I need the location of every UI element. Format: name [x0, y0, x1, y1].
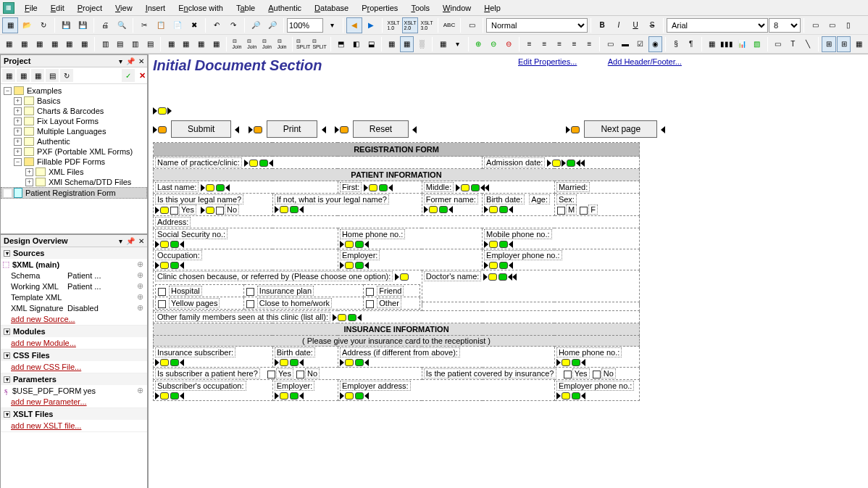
middle-cell[interactable]: Middle:: [422, 181, 554, 194]
design-mode-icon[interactable]: ▦: [2, 17, 18, 33]
menu-tools[interactable]: Tools: [405, 2, 435, 14]
delete-icon[interactable]: ✖: [186, 17, 202, 33]
tag-start-icon[interactable]: ◀: [346, 17, 362, 33]
t8-icon[interactable]: ▤: [113, 36, 128, 52]
proj-props-icon[interactable]: ▤: [46, 69, 59, 82]
address-cell[interactable]: Address:: [154, 216, 640, 228]
obj-table-icon[interactable]: ▦: [705, 36, 719, 52]
obj-chart-icon[interactable]: 📊: [735, 36, 749, 52]
t10-icon[interactable]: ▤: [143, 36, 157, 52]
obj-barcode-icon[interactable]: ▮▮▮: [719, 36, 734, 52]
formername-cell[interactable]: Former name:: [422, 194, 482, 216]
tree-basics[interactable]: +Basics: [1, 96, 147, 106]
menu-view[interactable]: View: [109, 2, 138, 14]
admission-cell[interactable]: Admission date:: [483, 157, 640, 169]
al1-icon[interactable]: ≡: [522, 36, 537, 52]
covered-no-checkbox[interactable]: [593, 371, 601, 379]
sec-icon[interactable]: §: [669, 36, 683, 52]
t5-icon[interactable]: ▦: [62, 36, 77, 52]
obj-img-icon[interactable]: ▧: [750, 36, 764, 52]
subpat-no-checkbox[interactable]: [296, 371, 304, 379]
join2-icon[interactable]: ⊟Join: [245, 36, 259, 52]
sub-employer-cell[interactable]: Employer:: [272, 380, 338, 401]
married-cell[interactable]: Married:: [554, 181, 639, 194]
t9-icon[interactable]: ▥: [128, 36, 143, 52]
sex-f-checkbox[interactable]: [580, 207, 588, 215]
db2-icon[interactable]: ⊖: [486, 36, 501, 52]
highlight-icon[interactable]: ▭: [464, 17, 480, 33]
tag-end-icon[interactable]: ▶: [363, 17, 379, 33]
obj-box-icon[interactable]: ▭: [771, 36, 785, 52]
bold-icon[interactable]: B: [594, 17, 610, 33]
menu-insert[interactable]: Insert: [140, 2, 172, 14]
sub-empaddr-cell[interactable]: Employer address:: [338, 380, 554, 401]
print-icon[interactable]: 🖨: [97, 17, 113, 33]
t3-icon[interactable]: ▦: [32, 36, 46, 52]
panel-pin-icon[interactable]: 📌: [126, 237, 135, 245]
valign2-icon[interactable]: ◧: [349, 36, 364, 52]
g2-icon[interactable]: ▦: [400, 36, 414, 52]
ins-birthdate-cell[interactable]: Birth date:: [272, 347, 338, 368]
valign1-icon[interactable]: ⬒: [334, 36, 349, 52]
add-xslt-link[interactable]: add new XSLT file...: [1, 420, 147, 431]
al2-icon[interactable]: ≡: [537, 36, 551, 52]
menu-file[interactable]: File: [19, 2, 43, 14]
lastname-cell[interactable]: Last name:: [154, 181, 338, 194]
tree-schemafiles[interactable]: +XMl Schema/DTD Files: [1, 177, 147, 187]
xmlsig-row[interactable]: XML SignatureDisabled⊕: [1, 302, 147, 313]
menu-window[interactable]: Window: [437, 2, 477, 14]
reset-button[interactable]: Reset: [353, 120, 409, 138]
valign3-icon[interactable]: ⬓: [364, 36, 378, 52]
zoom-input[interactable]: [287, 18, 323, 33]
mobilephone-cell[interactable]: Mobile phone no.:: [483, 228, 640, 249]
grid2-icon[interactable]: ⊞: [837, 36, 851, 52]
grid1-icon[interactable]: ⊞: [822, 36, 836, 52]
menu-help[interactable]: Help: [478, 2, 506, 14]
parameters-head[interactable]: ▾Parameters: [1, 373, 147, 385]
panel-pin-icon[interactable]: 📌: [126, 57, 135, 65]
proj-new-icon[interactable]: ▦: [2, 69, 15, 82]
practice-cell[interactable]: Name of practice/clinic:: [154, 157, 483, 169]
ifnot-cell[interactable]: If not, what is your legal name?: [272, 194, 422, 216]
t13-icon[interactable]: ▦: [194, 36, 209, 52]
g3-icon[interactable]: ░: [414, 36, 429, 52]
xslt10-icon[interactable]: XSLT1.0: [385, 17, 401, 33]
ctrl-radio-icon[interactable]: ◉: [648, 36, 663, 52]
sex-cell[interactable]: Sex: M F: [554, 194, 639, 216]
friend-checkbox[interactable]: [366, 288, 374, 296]
xsltfiles-head[interactable]: ▾XSLT Files: [1, 408, 147, 420]
paragraph-style-combo[interactable]: Normal: [486, 18, 588, 33]
zoom-dd-icon[interactable]: ▾: [324, 17, 340, 33]
modules-head[interactable]: ▾Modules: [1, 326, 147, 337]
panel-menu-icon[interactable]: ▾: [119, 57, 122, 65]
t7-icon[interactable]: ▥: [98, 36, 112, 52]
ssn-cell[interactable]: Social Security no.:: [154, 228, 338, 249]
layout-right-icon[interactable]: ▭: [824, 17, 840, 33]
tree-xmlfiles[interactable]: +XML Files: [1, 167, 147, 177]
covered-yes-checkbox[interactable]: [564, 371, 572, 379]
grid3-icon[interactable]: ▦: [851, 36, 866, 52]
empphone-cell[interactable]: Employer phone no.:: [483, 249, 640, 270]
pil-icon[interactable]: ¶: [684, 36, 698, 52]
panel-close-icon[interactable]: ✕: [138, 57, 144, 65]
tree-fillable[interactable]: −Fillable PDF Forms: [1, 157, 147, 167]
reload-icon[interactable]: ↻: [36, 17, 51, 33]
save-icon[interactable]: 💾: [58, 17, 74, 33]
tree-root[interactable]: −Examples: [1, 86, 147, 96]
closehome-checkbox[interactable]: [246, 300, 254, 308]
templatexml-row[interactable]: Template XML⊕: [1, 291, 147, 302]
cut-icon[interactable]: ✂: [136, 17, 152, 33]
find-next-icon[interactable]: 🔎: [264, 17, 280, 33]
copy-icon[interactable]: 📋: [153, 17, 169, 33]
tree-pxf[interactable]: +PXF (Portable XML Forms): [1, 146, 147, 157]
occupation-cell[interactable]: Occupation:: [154, 249, 338, 270]
sub-occupation-cell[interactable]: Subscriber's occupation:: [154, 380, 273, 401]
ins-homephone-cell[interactable]: Home phone no.:: [554, 347, 639, 368]
t6-icon[interactable]: ▦: [78, 36, 92, 52]
ctrl-input-icon[interactable]: ▭: [603, 36, 617, 52]
ins-covered-cell[interactable]: Is the patient covered by insurance? Yes…: [422, 368, 639, 380]
strike-icon[interactable]: S: [644, 17, 660, 33]
tree-patient-reg[interactable]: Patient Registration Form: [1, 187, 147, 199]
join-icon[interactable]: ⊟Join: [230, 36, 244, 52]
italic-icon[interactable]: I: [611, 17, 627, 33]
